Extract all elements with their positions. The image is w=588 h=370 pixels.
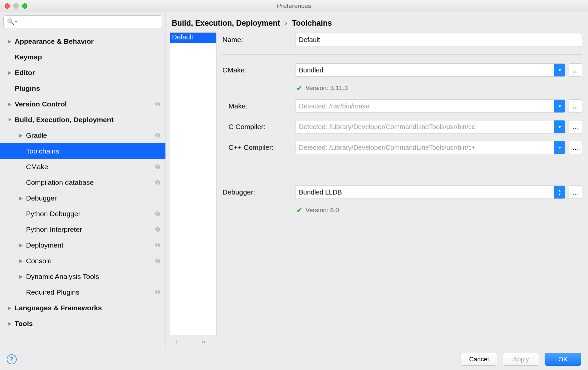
chevron-down-icon[interactable]: ▾ [554, 64, 565, 76]
tree-item[interactable]: ▶Version Control [0, 96, 165, 112]
name-field[interactable] [295, 33, 582, 46]
toolchain-list-item[interactable]: Default [170, 33, 216, 43]
cmake-browse-button[interactable]: ... [569, 63, 582, 77]
cpp-compiler-browse-button[interactable]: ... [569, 141, 582, 154]
make-select[interactable]: Detected: /usr/bin/make ▾ [295, 99, 565, 113]
tree-item[interactable]: ▶Dynamic Analysis Tools [0, 269, 165, 284]
ok-button[interactable]: OK [545, 353, 581, 366]
debugger-browse-button[interactable]: ... [569, 186, 582, 199]
more-icon[interactable]: » [202, 338, 205, 345]
tree-item[interactable]: Keymap [0, 49, 165, 65]
tree-item-label: Python Debugger [26, 210, 154, 218]
c-compiler-value: Detected: /Library/Developer/CommandLine… [299, 123, 475, 131]
svg-rect-15 [156, 260, 159, 263]
chevron-right-icon: ▶ [7, 305, 13, 311]
tree-item-label: Compilation database [26, 178, 154, 187]
chevron-right-icon: ▶ [18, 274, 24, 280]
project-scope-icon [154, 69, 161, 76]
chevron-right-icon: ▶ [18, 258, 24, 264]
tree-item-label: Editor [15, 69, 154, 77]
make-browse-button[interactable]: ... [569, 99, 582, 113]
cmake-select[interactable]: Bundled ▾ [295, 63, 565, 77]
tree-item[interactable]: Python Interpreter [0, 222, 165, 237]
debugger-select[interactable]: Bundled LLDB ▲▼ [295, 186, 565, 199]
cmake-label: CMake: [221, 66, 295, 74]
tree-item[interactable]: ▶Gradle [0, 127, 165, 143]
remove-icon[interactable]: － [187, 337, 194, 347]
cpp-compiler-select[interactable]: Detected: /Library/Developer/CommandLine… [295, 141, 565, 154]
tree-item-label: Build, Execution, Deployment [15, 116, 154, 124]
breadcrumb: Build, Execution, Deployment › Toolchain… [166, 12, 588, 32]
tree-item[interactable]: Required Plugins [0, 284, 165, 300]
project-scope-icon [154, 242, 161, 249]
search-icon: 🔍 [7, 18, 14, 25]
svg-rect-5 [156, 166, 159, 169]
chevron-right-icon: ▶ [7, 321, 13, 327]
svg-rect-11 [156, 229, 159, 232]
preferences-tree[interactable]: ▶Appearance & BehaviorKeymap▶EditorPlugi… [0, 31, 165, 348]
cancel-button[interactable]: Cancel [461, 353, 497, 366]
search-input[interactable]: 🔍 ▾ [3, 15, 162, 28]
project-scope-icon [154, 305, 161, 311]
tree-item-label: Keymap [15, 53, 154, 61]
svg-rect-7 [156, 181, 159, 184]
cmake-value: Bundled [299, 66, 323, 74]
chevron-down-icon: ▼ [7, 117, 13, 122]
tree-item[interactable]: ▶Languages & Frameworks [0, 300, 165, 316]
svg-rect-13 [156, 244, 159, 247]
tree-item-label: Languages & Frameworks [15, 304, 154, 312]
chevron-right-icon: ▶ [7, 101, 13, 107]
svg-rect-3 [156, 134, 159, 137]
tree-item[interactable]: Compilation database [0, 174, 165, 190]
tree-item-label: Dynamic Analysis Tools [26, 273, 154, 281]
tree-item[interactable]: ▶Console [0, 253, 165, 269]
tree-item-label: Python Interpreter [26, 226, 154, 234]
stepper-icon[interactable]: ▲▼ [554, 186, 565, 199]
tree-item[interactable]: Plugins [0, 80, 165, 96]
tree-item[interactable]: Toolchains [0, 143, 165, 159]
project-scope-icon [154, 226, 161, 233]
project-scope-icon [154, 38, 161, 45]
chevron-down-icon[interactable]: ▾ [554, 100, 565, 112]
c-compiler-label: C Compiler: [221, 123, 295, 131]
tree-item[interactable]: Python Debugger [0, 206, 165, 222]
chevron-right-icon: › [285, 19, 287, 28]
c-compiler-browse-button[interactable]: ... [569, 120, 582, 133]
add-icon[interactable]: ＋ [172, 337, 180, 347]
project-scope-icon [154, 101, 161, 107]
project-scope-icon [154, 320, 161, 327]
make-label: Make: [221, 102, 295, 110]
toolchain-list[interactable]: Default [170, 32, 216, 335]
help-button[interactable]: ? [7, 354, 17, 364]
tree-item[interactable]: CMake [0, 159, 165, 174]
tree-item-label: Version Control [15, 100, 154, 108]
apply-button[interactable]: Apply [503, 353, 539, 366]
cmake-status: ✔ Version: 3.11.3 [221, 84, 582, 92]
svg-rect-16 [155, 290, 158, 293]
tree-item[interactable]: ▼Build, Execution, Deployment [0, 112, 165, 127]
tree-item-label: Deployment [26, 241, 154, 249]
c-compiler-select[interactable]: Detected: /Library/Developer/CommandLine… [295, 120, 565, 133]
chevron-down-icon[interactable]: ▾ [554, 120, 565, 133]
tree-item[interactable]: ▶Debugger [0, 190, 165, 206]
chevron-right-icon: ▶ [7, 70, 13, 76]
cpp-compiler-value: Detected: /Library/Developer/CommandLine… [299, 144, 476, 151]
toolchain-list-toolbar: ＋ － » [170, 335, 216, 348]
debugger-label: Debugger: [221, 188, 295, 196]
toolchain-list-column: Default ＋ － » [170, 32, 216, 348]
name-label: Name: [221, 36, 295, 44]
tree-item-label: Appearance & Behavior [15, 37, 154, 45]
tree-item[interactable]: ▶Appearance & Behavior [0, 33, 165, 49]
svg-rect-14 [155, 259, 158, 262]
svg-rect-1 [156, 103, 159, 106]
chevron-down-icon[interactable]: ▾ [554, 141, 565, 154]
project-scope-icon [154, 148, 161, 154]
tree-item[interactable]: ▶Deployment [0, 237, 165, 253]
project-scope-icon [154, 195, 161, 202]
dialog-footer: ? Cancel Apply OK [0, 348, 588, 370]
tree-item[interactable]: ▶Tools [0, 316, 165, 331]
preferences-sidebar: 🔍 ▾ ▶Appearance & BehaviorKeymap▶EditorP… [0, 12, 166, 348]
project-scope-icon [154, 211, 161, 217]
svg-rect-10 [155, 228, 158, 231]
tree-item[interactable]: ▶Editor [0, 65, 165, 80]
